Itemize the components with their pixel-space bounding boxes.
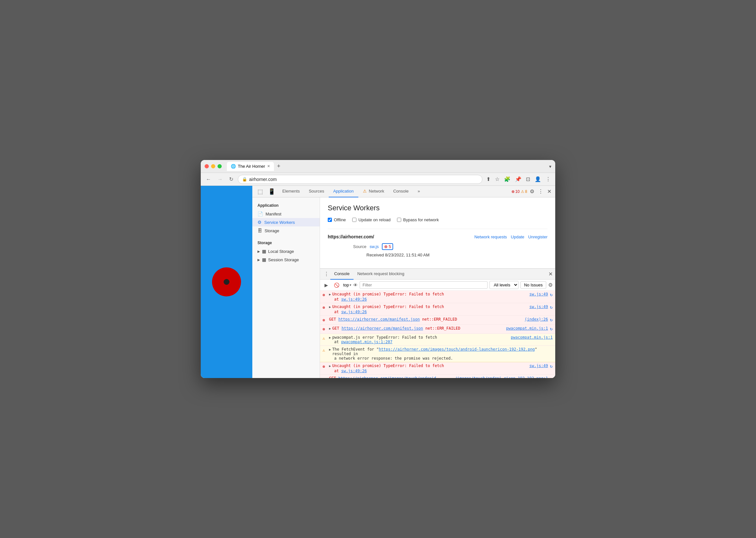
update-link[interactable]: Update (511, 235, 524, 239)
expand-icon[interactable]: ▶ (329, 293, 331, 296)
bypass-checkbox[interactable] (397, 218, 401, 222)
log-sub-link[interactable]: sw.js:49:26 (341, 310, 367, 314)
devtools-toolbar-icons: ⊗ 10 ⚠ 8 ⚙ ⋮ ✕ (511, 187, 553, 196)
log-source-link[interactable]: sw.js:49 (526, 363, 548, 368)
sidebar-item-storage[interactable]: 🗄 Storage (252, 226, 320, 235)
console-close-icon[interactable]: ✕ (548, 271, 553, 277)
close-devtools-icon[interactable]: ✕ (546, 187, 553, 196)
expand-icon[interactable]: ▶ (329, 327, 331, 330)
offline-checkbox-label[interactable]: Offline (328, 217, 346, 222)
console-toolbar: ▶ 🚫 top ▾ 👁 All levels No Issues (320, 280, 555, 291)
tab-application[interactable]: Application (329, 186, 358, 197)
sw-source-link[interactable]: sw.js (370, 244, 379, 249)
log-source-link[interactable]: pwacompat.min.js:1 (507, 335, 553, 340)
pin-icon[interactable]: 📌 (514, 175, 523, 184)
log-main-text: The FetchEvent for "https://airhorner.co… (332, 347, 553, 356)
console-gear-icon[interactable]: ⚙ (548, 282, 553, 288)
browser-tab-active[interactable]: 🌐 The Air Horner ✕ (227, 162, 274, 171)
image-link[interactable]: https://airhorner.com/images/touch/andro… (329, 376, 439, 378)
menu-icon[interactable]: ⋮ (544, 175, 552, 184)
unregister-link[interactable]: Unregister (528, 235, 547, 239)
log-main-text: GET https://airhorner.com/manifest.json … (332, 326, 460, 331)
error-count-badge[interactable]: ⊗ 10 (511, 189, 519, 194)
tab-elements[interactable]: Elements (278, 186, 304, 197)
sw-error-badge[interactable]: ⊗ 5 (382, 243, 393, 250)
expand-icon[interactable]: ▶ (329, 348, 331, 351)
update-on-reload-label[interactable]: Update on reload (352, 217, 391, 222)
log-source-link[interactable]: /images/touch/androi…ricon-192-192.png:1 (451, 376, 548, 378)
new-tab-button[interactable]: + (275, 163, 283, 170)
tab-sources[interactable]: Sources (304, 186, 329, 197)
back-button[interactable]: ← (204, 175, 213, 184)
bypass-label[interactable]: Bypass for network (397, 217, 439, 222)
log-sub-link[interactable]: sw.js:49:26 (341, 369, 367, 373)
inspector-icon[interactable]: ⬚ (255, 188, 265, 195)
layout-icon[interactable]: ⊡ (525, 175, 531, 184)
manifest-link2[interactable]: https://airhorner.com/manifest.json (342, 326, 423, 331)
log-source-link[interactable]: sw.js:49 (526, 304, 548, 309)
extension-icon[interactable]: 🧩 (503, 175, 512, 184)
maximize-button[interactable] (217, 164, 222, 168)
levels-select[interactable]: All levels (490, 281, 518, 289)
context-selector[interactable]: top ▾ (343, 283, 351, 287)
log-content: ▶ Uncaught (in promise) TypeError: Faile… (329, 304, 553, 314)
share-icon[interactable]: ⬆ (485, 175, 492, 184)
tab-network[interactable]: ⚠ Network (358, 186, 389, 197)
tab-close-icon[interactable]: ✕ (267, 164, 270, 168)
log-content: GET https://airhorner.com/manifest.json … (329, 317, 553, 322)
expand-icon[interactable]: ▶ (329, 305, 331, 309)
settings-icon[interactable]: ⚙ (529, 187, 536, 196)
address-input[interactable]: 🔒 airhorner.com (238, 175, 482, 184)
no-issues-button[interactable]: No Issues (520, 281, 546, 289)
reload-icon[interactable]: ↻ (550, 363, 553, 369)
log-source-link[interactable]: sw.js:49 (526, 292, 548, 296)
update-on-reload-checkbox[interactable] (352, 218, 356, 222)
offline-checkbox[interactable] (328, 218, 332, 222)
tab-more[interactable]: » (413, 186, 424, 197)
update-on-reload-text: Update on reload (358, 217, 391, 222)
console-tab-blocking[interactable]: Network request blocking (354, 269, 408, 280)
reload-icon[interactable]: ↻ (550, 376, 553, 378)
sidebar-item-service-workers[interactable]: ⚙ Service Workers (252, 218, 320, 226)
log-sub-link[interactable]: pwacompat.min.js:1:207 (341, 340, 393, 344)
minimize-button[interactable] (211, 164, 215, 168)
eye-icon[interactable]: 👁 (353, 283, 358, 288)
sidebar-storage-label: Storage (264, 228, 279, 233)
warn-count-badge[interactable]: ⚠ 8 (521, 189, 527, 194)
log-source-link[interactable]: pwacompat.min.js:1 (502, 326, 548, 331)
profile-icon[interactable]: 👤 (533, 175, 543, 184)
devtools-body: Application 📄 Manifest ⚙ Service Workers… (252, 197, 555, 378)
reload-icon[interactable]: ↻ (550, 304, 553, 310)
reload-icon[interactable]: ↻ (550, 317, 553, 322)
log-sub-link[interactable]: sw.js:49:26 (341, 297, 367, 301)
star-icon[interactable]: ☆ (494, 175, 501, 184)
sidebar-manifest-label: Manifest (265, 212, 281, 216)
close-button[interactable] (205, 164, 209, 168)
console-dots-icon[interactable]: ⋮ (323, 271, 330, 277)
toolbar-icons: ⬆ ☆ 🧩 📌 ⊡ 👤 ⋮ (485, 175, 552, 184)
reload-icon[interactable]: ↻ (550, 292, 553, 297)
expand-icon[interactable]: ▶ (329, 364, 331, 368)
fetch-event-link[interactable]: https://airhorner.com/images/touch/andro… (379, 347, 535, 351)
manifest-link[interactable]: https://airhorner.com/manifest.json (338, 317, 420, 322)
play-btn[interactable]: ▶ (323, 282, 330, 289)
sw-entry-header: https://airhorner.com/ Network requests … (328, 234, 547, 239)
forward-button[interactable]: → (215, 175, 225, 184)
tab-console[interactable]: Console (389, 186, 413, 197)
sidebar-item-local-storage[interactable]: ▶ ▦ Local Storage (252, 247, 320, 255)
sidebar-item-session-storage[interactable]: ▶ ▦ Session Storage (252, 255, 320, 264)
tab-elements-label: Elements (282, 189, 300, 193)
expand-icon[interactable]: ▶ (329, 336, 331, 339)
tab-dropdown-icon[interactable]: ▾ (549, 164, 551, 169)
console-tab-console[interactable]: Console (330, 269, 354, 280)
sidebar-item-manifest[interactable]: 📄 Manifest (252, 210, 320, 218)
stop-btn[interactable]: 🚫 (332, 282, 341, 289)
device-icon[interactable]: 📱 (265, 188, 278, 195)
more-tabs-icon: » (418, 189, 420, 193)
log-source-link[interactable]: (index):26 (521, 317, 548, 322)
network-requests-link[interactable]: Network requests (474, 235, 507, 239)
reload-button[interactable]: ↻ (227, 175, 235, 184)
reload-icon[interactable]: ↻ (550, 326, 553, 331)
console-filter-input[interactable] (360, 281, 488, 289)
more-options-icon[interactable]: ⋮ (537, 187, 544, 196)
